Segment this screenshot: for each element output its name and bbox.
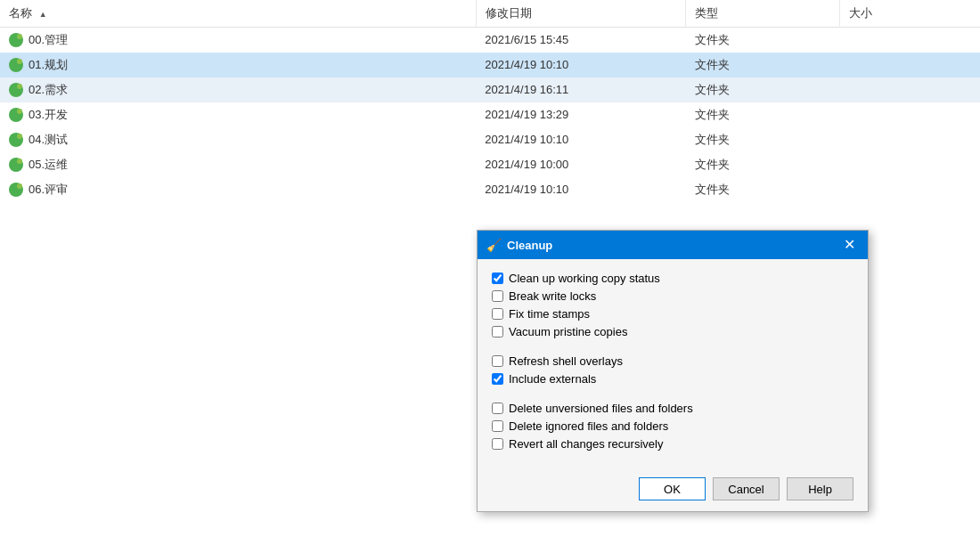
dialog-body: Clean up working copy status Break write… [478, 259, 868, 468]
dialog-overlay: 🧹 Cleanup ✕ Clean up working copy status… [0, 0, 980, 545]
label-include-externals[interactable]: Include externals [509, 372, 596, 386]
dialog-footer: OK Cancel Help [478, 468, 868, 511]
help-button[interactable]: Help [787, 477, 853, 500]
checkbox-item-delete-ignored: Delete ignored files and folders [492, 419, 853, 433]
checkbox-include-externals[interactable] [492, 373, 503, 385]
label-clean-working-copy[interactable]: Clean up working copy status [509, 272, 660, 285]
checkbox-item-break-write-locks: Break write locks [492, 289, 853, 303]
dialog-title-text: Cleanup [507, 239, 552, 252]
checkbox-item-revert-all: Revert all changes recursively [492, 437, 853, 451]
checkbox-item-refresh-shell: Refresh shell overlays [492, 354, 853, 368]
dialog-close-button[interactable]: ✕ [840, 238, 859, 252]
checkbox-revert-all[interactable] [492, 438, 503, 450]
label-fix-timestamps[interactable]: Fix time stamps [509, 307, 590, 321]
checkbox-item-clean-working-copy: Clean up working copy status [492, 272, 853, 285]
checkbox-group-3: Delete unversioned files and folders Del… [492, 402, 853, 451]
checkbox-fix-timestamps[interactable] [492, 308, 503, 320]
checkbox-group-1: Clean up working copy status Break write… [492, 272, 853, 338]
label-vacuum-pristine[interactable]: Vacuum pristine copies [509, 325, 627, 338]
checkbox-item-fix-timestamps: Fix time stamps [492, 307, 853, 321]
checkbox-item-vacuum-pristine: Vacuum pristine copies [492, 325, 853, 338]
dialog-title-left: 🧹 Cleanup [486, 238, 552, 252]
label-delete-unversioned[interactable]: Delete unversioned files and folders [509, 402, 693, 415]
cleanup-dialog-icon: 🧹 [486, 238, 502, 252]
dialog-titlebar: 🧹 Cleanup ✕ [478, 231, 868, 259]
checkbox-vacuum-pristine[interactable] [492, 326, 503, 338]
checkbox-break-write-locks[interactable] [492, 290, 503, 302]
checkbox-group-2: Refresh shell overlays Include externals [492, 354, 853, 386]
cleanup-dialog: 🧹 Cleanup ✕ Clean up working copy status… [477, 230, 869, 512]
label-break-write-locks[interactable]: Break write locks [509, 289, 596, 303]
checkbox-item-include-externals: Include externals [492, 372, 853, 386]
label-refresh-shell[interactable]: Refresh shell overlays [509, 354, 623, 368]
checkbox-refresh-shell[interactable] [492, 355, 503, 367]
checkbox-delete-ignored[interactable] [492, 420, 503, 432]
cancel-button[interactable]: Cancel [713, 477, 780, 500]
checkbox-item-delete-unversioned: Delete unversioned files and folders [492, 402, 853, 415]
label-delete-ignored[interactable]: Delete ignored files and folders [509, 419, 668, 433]
checkbox-clean-working-copy[interactable] [492, 272, 503, 284]
ok-button[interactable]: OK [639, 477, 706, 500]
label-revert-all[interactable]: Revert all changes recursively [509, 437, 663, 451]
checkbox-delete-unversioned[interactable] [492, 403, 503, 414]
